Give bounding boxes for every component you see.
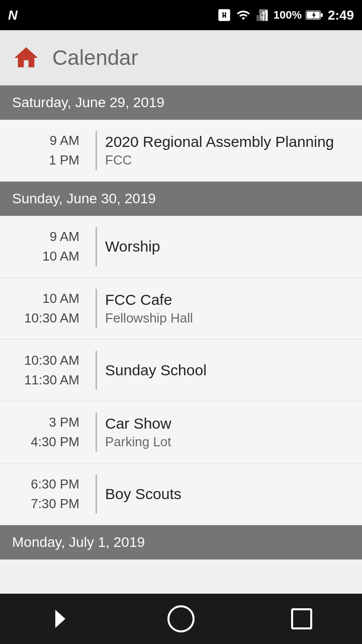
svg-rect-1: [259, 14, 262, 21]
svg-rect-3: [265, 10, 268, 21]
event-details: Car Show Parking Lot: [105, 413, 350, 452]
battery-percent: 100%: [274, 9, 302, 22]
event-time: 9 AM 10 AM: [12, 227, 87, 266]
event-time: 10:30 AM 11:30 AM: [12, 351, 87, 390]
list-item[interactable]: 10 AM 10:30 AM FCC Cafe Fellowship Hall: [0, 278, 362, 340]
nav-bar: [0, 594, 362, 644]
event-divider: [96, 289, 97, 328]
event-name: Worship: [105, 238, 350, 255]
event-name: Sunday School: [105, 362, 350, 379]
event-divider: [96, 131, 97, 170]
event-name: Boy Scouts: [105, 486, 350, 503]
event-location: Fellowship Hall: [105, 310, 350, 326]
event-location: FCC: [105, 152, 350, 168]
event-details: 2020 Regional Assembly Planning FCC: [105, 131, 350, 170]
event-location: Parking Lot: [105, 434, 350, 450]
page-title: Calendar: [52, 46, 138, 70]
list-item[interactable]: 3 PM 4:30 PM Car Show Parking Lot: [0, 401, 362, 463]
battery-icon: [306, 9, 324, 21]
recents-button[interactable]: [287, 604, 317, 634]
date-header-0: Saturday, June 29, 2019: [0, 86, 362, 120]
status-bar-left: N: [8, 8, 18, 23]
date-header-1: Sunday, June 30, 2019: [0, 182, 362, 216]
back-button[interactable]: [45, 604, 75, 634]
event-divider: [96, 413, 97, 452]
svg-rect-2: [262, 12, 265, 21]
back-arrow-icon: [55, 610, 65, 628]
event-time: 6:30 PM 7:30 PM: [12, 474, 87, 514]
list-item[interactable]: 10:30 AM 11:30 AM Sunday School: [0, 340, 362, 401]
time-display: 2:49: [328, 8, 354, 23]
date-header-2: Monday, July 1, 2019: [0, 525, 362, 559]
event-divider: [96, 351, 97, 390]
recents-square-icon: [291, 608, 312, 629]
list-item[interactable]: 9 AM 1 PM 2020 Regional Assembly Plannin…: [0, 120, 362, 182]
event-details: Sunday School: [105, 351, 350, 390]
status-bar: N 100% 2:49: [0, 0, 362, 30]
signal-icon: [255, 8, 269, 22]
calendar-content: Saturday, June 29, 2019 9 AM 1 PM 2020 R…: [0, 86, 362, 594]
nfc-icon: [217, 8, 231, 22]
list-item[interactable]: 9 AM 10 AM Worship: [0, 216, 362, 278]
event-time: 9 AM 1 PM: [12, 131, 87, 170]
svg-rect-5: [321, 13, 323, 17]
svg-rect-0: [256, 15, 259, 21]
status-bar-right: 100% 2:49: [217, 8, 354, 23]
home-button[interactable]: [166, 604, 196, 634]
event-details: FCC Cafe Fellowship Hall: [105, 289, 350, 328]
event-name: 2020 Regional Assembly Planning: [105, 133, 350, 150]
home-icon[interactable]: [12, 44, 40, 72]
event-details: Boy Scouts: [105, 474, 350, 514]
n-logo: N: [8, 8, 18, 23]
event-time: 10 AM 10:30 AM: [12, 289, 87, 328]
list-item[interactable]: 6:30 PM 7:30 PM Boy Scouts: [0, 463, 362, 525]
event-name: FCC Cafe: [105, 291, 350, 308]
wifi-icon: [235, 8, 251, 22]
event-divider: [96, 227, 97, 266]
event-name: Car Show: [105, 415, 350, 432]
event-details: Worship: [105, 227, 350, 266]
home-circle-icon: [167, 605, 195, 632]
event-divider: [96, 474, 97, 514]
event-time: 3 PM 4:30 PM: [12, 413, 87, 452]
app-header: Calendar: [0, 30, 362, 86]
